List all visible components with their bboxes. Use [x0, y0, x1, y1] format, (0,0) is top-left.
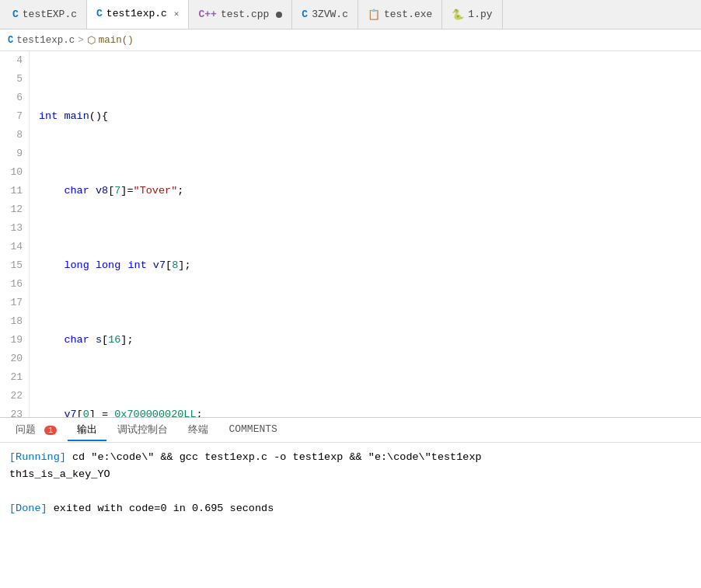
- line-num-19: 19: [3, 331, 23, 350]
- code-line-7: char s[16];: [39, 331, 701, 350]
- line-num-10: 10: [3, 163, 23, 182]
- line-num-20: 20: [3, 350, 23, 368]
- panel-tab-debug[interactable]: 调试控制台: [108, 419, 177, 441]
- line-num-7: 7: [3, 107, 23, 126]
- line-num-14: 14: [3, 238, 23, 256]
- panel-tab-output[interactable]: 输出: [68, 419, 106, 441]
- tab-testexe-label: test.exe: [384, 9, 432, 20]
- tab-icon-cpp: C++: [198, 9, 216, 20]
- terminal-output: [Running] cd "e:\code\" && gcc test1exp.…: [0, 443, 701, 588]
- code-line-8: v7[0] = 0x700000020LL;: [39, 405, 701, 417]
- line-num-5: 5: [3, 70, 23, 89]
- tab-test1exp-label: test1exp.c: [106, 8, 167, 19]
- tab-1py-label: 1.py: [468, 9, 492, 20]
- terminal-line-3: [9, 483, 692, 500]
- panel-tab-comments-label: COMMENTS: [228, 423, 277, 435]
- tab-3ZVW-label: 3ZVW.c: [312, 9, 348, 20]
- terminal-line-4: [Done] exited with code=0 in 0.695 secon…: [9, 500, 692, 517]
- line-numbers: 4 5 6 7 8 9 10 11 12 13 14 15 16 17 18 1…: [0, 51, 30, 417]
- code-line-4: int main(){: [39, 107, 701, 126]
- panel-tab-problems[interactable]: 问题 1: [6, 419, 66, 441]
- panel-tab-output-label: 输出: [77, 424, 97, 436]
- tab-testexe[interactable]: 📋 test.exe: [358, 0, 442, 30]
- line-num-22: 22: [3, 387, 23, 405]
- tab-test1exp[interactable]: C test1exp.c ✕: [87, 0, 189, 30]
- panel-tab-debug-label: 调试控制台: [117, 424, 168, 436]
- panel-tab-problems-label: 问题: [16, 424, 36, 436]
- tab-testcpp-label: test.cpp: [221, 9, 269, 20]
- tab-icon-c: C: [12, 9, 19, 20]
- code-area[interactable]: 4 5 6 7 8 9 10 11 12 13 14 15 16 17 18 1…: [0, 51, 701, 417]
- breadcrumb-file[interactable]: test1exp.c: [16, 35, 75, 46]
- code-editor: 4 5 6 7 8 9 10 11 12 13 14 15 16 17 18 1…: [0, 51, 701, 417]
- line-num-8: 8: [3, 126, 23, 144]
- line-num-15: 15: [3, 256, 23, 275]
- problems-badge: 1: [44, 426, 58, 435]
- tab-close-button[interactable]: ✕: [174, 9, 180, 19]
- panel-tab-terminal[interactable]: 终端: [179, 419, 218, 441]
- line-num-21: 21: [3, 368, 23, 387]
- tab-unsaved-dot: [276, 12, 282, 18]
- tab-icon-py: 🐍: [452, 9, 464, 21]
- breadcrumb-sep: >: [78, 35, 84, 46]
- line-num-23: 23: [3, 405, 23, 417]
- code-content[interactable]: int main(){ char v8[7]="Tover"; long lon…: [30, 51, 701, 417]
- tab-1py[interactable]: 🐍 1.py: [442, 0, 502, 30]
- line-num-12: 12: [3, 200, 23, 219]
- breadcrumb-func[interactable]: main(): [99, 35, 134, 46]
- kw-int: int: [39, 107, 58, 126]
- panel-tabs: 问题 1 输出 调试控制台 终端 COMMENTS: [0, 418, 701, 443]
- code-line-6: long long int v7[8];: [39, 256, 701, 275]
- tab-testEXP[interactable]: C testEXP.c: [3, 0, 87, 30]
- line-num-4: 4: [3, 51, 23, 70]
- line-num-17: 17: [3, 294, 23, 312]
- tab-bar: C testEXP.c C test1exp.c ✕ C++ test.cpp …: [0, 0, 701, 30]
- line-num-6: 6: [3, 89, 23, 107]
- line-num-11: 11: [3, 182, 23, 200]
- tab-icon-exe: 📋: [368, 9, 380, 21]
- panel-tab-terminal-label: 终端: [188, 424, 208, 436]
- tab-3ZVW[interactable]: C 3ZVW.c: [292, 0, 358, 30]
- breadcrumb: C test1exp.c > ⬡ main(): [0, 30, 701, 51]
- code-line-5: char v8[7]="Tover";: [39, 182, 701, 200]
- tab-testcpp[interactable]: C++ test.cpp: [189, 0, 292, 30]
- breadcrumb-icon: C: [8, 35, 13, 46]
- breadcrumb-func-icon: ⬡: [87, 34, 96, 47]
- line-num-18: 18: [3, 312, 23, 331]
- line-num-13: 13: [3, 219, 23, 238]
- terminal-line-1: [Running] cd "e:\code\" && gcc test1exp.…: [9, 449, 692, 466]
- tab-icon-c2: C: [96, 8, 103, 19]
- line-num-16: 16: [3, 275, 23, 294]
- bottom-panel: 问题 1 输出 调试控制台 终端 COMMENTS [Running] cd "…: [0, 417, 701, 588]
- terminal-line-2: th1s_is_a_key_YO: [9, 466, 692, 483]
- tab-icon-c3: C: [302, 9, 308, 20]
- tab-testEXP-label: testEXP.c: [23, 9, 77, 20]
- line-num-9: 9: [3, 144, 23, 163]
- panel-tab-comments[interactable]: COMMENTS: [219, 420, 286, 440]
